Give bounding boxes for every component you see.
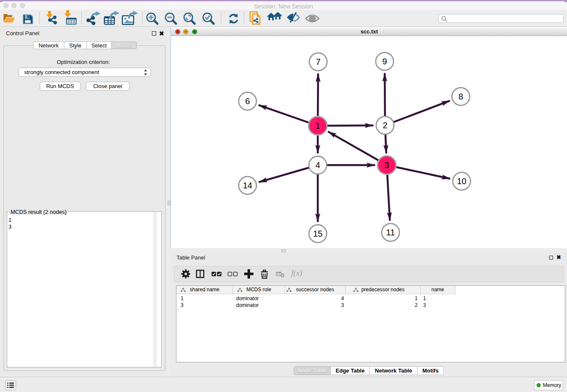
svg-text:9: 9: [382, 57, 387, 66]
svg-text:4: 4: [315, 160, 320, 170]
svg-text:15: 15: [313, 229, 322, 238]
svg-text:2: 2: [383, 121, 387, 130]
svg-text:8: 8: [458, 92, 463, 101]
svg-text:1: 1: [315, 121, 320, 130]
svg-text:3: 3: [384, 160, 389, 170]
svg-text:6: 6: [245, 97, 250, 106]
svg-text:10: 10: [457, 177, 466, 186]
svg-text:14: 14: [243, 181, 252, 190]
svg-text:11: 11: [386, 228, 395, 237]
svg-text:7: 7: [316, 57, 320, 66]
